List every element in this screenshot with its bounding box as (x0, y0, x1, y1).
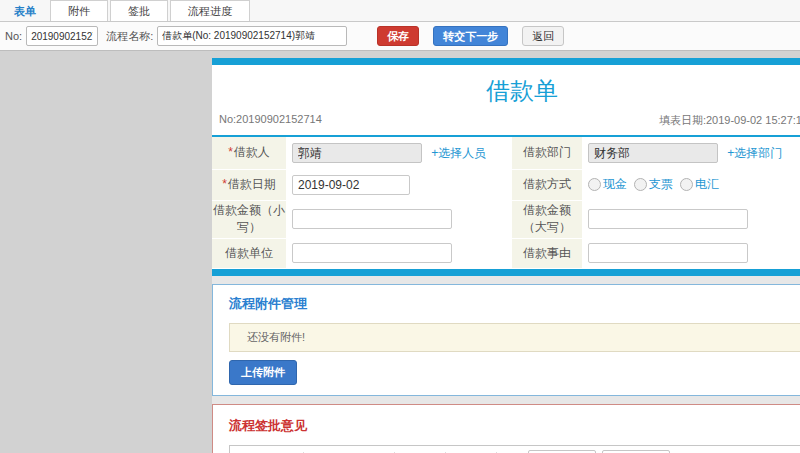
select-department-link[interactable]: +选择部门 (727, 146, 782, 160)
amount-small-input[interactable] (292, 209, 452, 229)
tab-form[interactable]: 表单 (0, 1, 50, 21)
back-button[interactable]: 返回 (522, 26, 564, 46)
signoff-panel: 流程签批意见 B I abc ✎ (212, 404, 800, 453)
loan-unit-input[interactable] (292, 243, 452, 263)
styles-dropdown[interactable]: 样式 ▼ (528, 450, 596, 453)
flow-name-label: 流程名称: (106, 29, 153, 44)
amount-small-label: 借款金额（小写） (212, 200, 286, 238)
radio-wire[interactable] (680, 178, 693, 191)
forward-next-step-button[interactable]: 转交下一步 (433, 26, 508, 46)
radio-cheque[interactable] (634, 178, 647, 191)
radio-wire-label[interactable]: 电汇 (695, 176, 719, 193)
radio-cash[interactable] (588, 178, 601, 191)
form-title: 借款单 (212, 65, 800, 111)
loan-method-label: 借款方式 (512, 169, 582, 200)
rich-text-editor: B I abc ✎ (229, 445, 800, 453)
signoff-heading: 流程签批意见 (229, 417, 800, 435)
attachments-empty-message: 还没有附件! (229, 323, 800, 352)
loan-reason-input[interactable] (588, 243, 748, 263)
loan-date-input[interactable] (292, 175, 410, 195)
loan-reason-label: 借款事由 (512, 238, 582, 268)
department-label: 借款部门 (512, 137, 582, 169)
tab-progress[interactable]: 流程进度 (170, 0, 250, 21)
borrower-label: *借款人 (212, 137, 286, 169)
no-input[interactable] (26, 26, 98, 46)
form-date-text: 填表日期:2019-09-02 15:27:1 (659, 113, 800, 128)
save-button[interactable]: 保存 (377, 26, 419, 46)
radio-cash-label[interactable]: 现金 (603, 176, 627, 193)
no-label: No: (5, 30, 22, 42)
department-input[interactable] (588, 143, 718, 163)
form-no-text: No:20190902152714 (219, 113, 322, 128)
bottom-accent-bar (212, 269, 800, 276)
tab-approval[interactable]: 签批 (110, 0, 168, 21)
attachments-heading: 流程附件管理 (229, 295, 800, 313)
loan-date-label: *借款日期 (212, 169, 286, 200)
loan-unit-label: 借款单位 (212, 238, 286, 268)
loan-form-panel: 借款单 No:20190902152714 填表日期:2019-09-02 15… (212, 58, 800, 276)
radio-cheque-label[interactable]: 支票 (649, 176, 673, 193)
borrower-input[interactable] (292, 143, 422, 163)
select-person-link[interactable]: +选择人员 (431, 146, 486, 160)
main-content: 借款单 No:20190902152714 填表日期:2019-09-02 15… (212, 58, 800, 453)
tab-bar: 表单 附件 签批 流程进度 (0, 0, 800, 22)
upload-attachment-button[interactable]: 上传附件 (229, 360, 297, 385)
editor-toolbar: B I abc ✎ (230, 446, 800, 453)
format-dropdown[interactable]: 格式 ▼ (602, 450, 670, 453)
attachments-panel: 流程附件管理 还没有附件! 上传附件 (212, 284, 800, 396)
flow-name-input[interactable] (157, 26, 347, 46)
toolbar: No: 流程名称: 保存 转交下一步 返回 (0, 22, 800, 51)
top-accent-bar (212, 58, 800, 65)
loan-form-table: *借款人 +选择人员 借款部门 +选择部门 *借款日期 (212, 137, 800, 269)
amount-big-label: 借款金额（大写） (512, 200, 582, 238)
tab-attachments[interactable]: 附件 (50, 0, 108, 21)
amount-big-input[interactable] (588, 209, 748, 229)
